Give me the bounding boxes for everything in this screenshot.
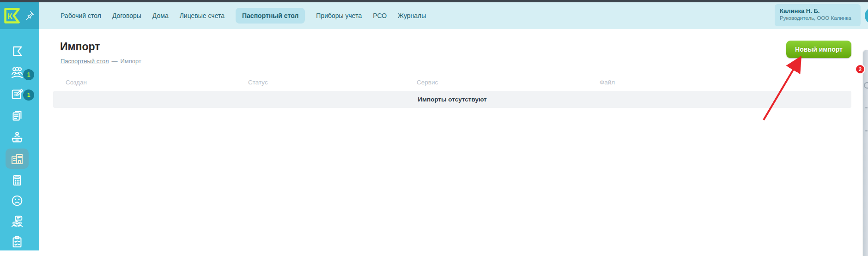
right-panel-fragment xyxy=(865,130,868,131)
breadcrumb-separator: — xyxy=(111,58,117,65)
nav-contracts[interactable]: Договоры xyxy=(112,12,141,19)
user-role: Руководитель, ООО Калинка xyxy=(780,15,856,22)
sidebar-item-flag[interactable] xyxy=(6,41,29,61)
empty-state-row: Импорты отсутствуют xyxy=(53,91,851,108)
top-navigation-bar: Рабочий стол Договоры Дома Лицевые счета… xyxy=(39,2,868,29)
nav-journals[interactable]: Журналы xyxy=(398,12,426,19)
left-sidebar: 1 1 К xyxy=(0,2,39,250)
right-edge-panel[interactable] xyxy=(863,50,868,256)
right-panel-fragment xyxy=(865,107,868,108)
people-group-icon xyxy=(10,65,24,80)
column-header-status: Статус xyxy=(248,79,268,86)
sidebar-item-meetings[interactable] xyxy=(6,211,29,232)
sidebar-item-complaints[interactable] xyxy=(6,191,29,211)
building-icon xyxy=(10,151,24,166)
nav-accounts[interactable]: Лицевые счета xyxy=(180,12,225,19)
column-header-service: Сервис xyxy=(417,79,438,86)
sidebar-item-tasks[interactable] xyxy=(6,232,29,252)
breadcrumb-current: Импорт xyxy=(120,58,141,65)
notification-count-badge[interactable]: 2 xyxy=(855,64,865,74)
nav-rso[interactable]: РСО xyxy=(373,12,387,19)
residents-count-badge: 1 xyxy=(23,69,34,80)
annotation-arrow xyxy=(758,53,808,127)
pin-sidebar-icon[interactable] xyxy=(24,10,35,23)
column-header-file: Файл xyxy=(600,79,615,86)
column-header-created: Создан xyxy=(66,79,87,86)
empty-state-text: Импорты отсутствуют xyxy=(418,96,486,103)
documents-icon xyxy=(10,109,24,123)
sad-face-icon xyxy=(10,194,24,208)
main-nav: Рабочий стол Договоры Дома Лицевые счета… xyxy=(39,8,426,24)
sidebar-item-reception[interactable] xyxy=(6,127,29,148)
breadcrumb-parent-link[interactable]: Паспортный стол xyxy=(61,58,109,65)
people-discussion-icon xyxy=(10,214,24,228)
requests-count-badge: 1 xyxy=(23,89,34,101)
new-import-button[interactable]: Новый импорт xyxy=(786,41,851,58)
flag-mark-icon xyxy=(10,44,24,58)
sidebar-item-buildings[interactable] xyxy=(6,149,29,169)
sidebar-item-calculator[interactable] xyxy=(6,170,29,191)
breadcrumb: Паспортный стол—Импорт xyxy=(61,58,141,65)
reception-desk-icon xyxy=(10,131,24,144)
user-name: Калинка Н. Б. xyxy=(780,7,856,15)
user-menu[interactable]: Калинка Н. Б. Руководитель, ООО Калинка xyxy=(775,4,861,26)
svg-text:К: К xyxy=(7,12,12,21)
right-panel-avatar-fragment xyxy=(864,82,868,89)
nav-meters[interactable]: Приборы учета xyxy=(316,12,362,19)
nav-desktop[interactable]: Рабочий стол xyxy=(61,12,101,19)
nav-passport-office[interactable]: Паспортный стол xyxy=(236,8,305,24)
clipboard-checklist-icon xyxy=(10,235,24,249)
edit-note-icon xyxy=(10,87,24,101)
sidebar-item-documents[interactable] xyxy=(6,106,29,126)
kalinka-logo-icon[interactable]: К xyxy=(3,6,22,27)
calculator-icon xyxy=(10,173,24,187)
page-title: Импорт xyxy=(60,41,100,53)
nav-houses[interactable]: Дома xyxy=(152,12,169,19)
logo-block: К xyxy=(0,2,39,29)
